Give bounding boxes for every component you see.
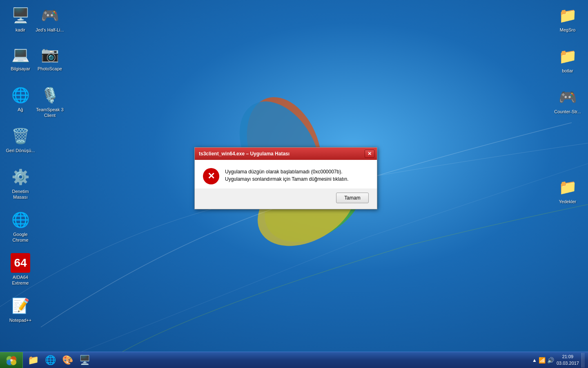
- taskbar-tray: ▲ 📶 🔊: [532, 357, 554, 364]
- dialog-controls: ✕: [365, 150, 374, 158]
- icon-yedekler-label: Yedekler: [559, 199, 576, 204]
- start-button[interactable]: [0, 352, 23, 368]
- icon-chrome-label: Google Chrome: [6, 231, 35, 243]
- dialog-message: Uygulama düzgün olarak başlatılamadı (0x…: [225, 168, 369, 183]
- icon-megsro[interactable]: 📁 MegSro: [551, 4, 584, 34]
- icon-jeds-half-life[interactable]: 🎮 Jed's Half-Li...: [33, 4, 66, 34]
- taskbar-items: 📁 🌐 🎨 🖥️: [23, 352, 529, 368]
- clock-time: 21:09: [557, 354, 579, 360]
- show-desktop-button[interactable]: [581, 353, 585, 368]
- tray-arrow-icon[interactable]: ▲: [532, 357, 537, 363]
- icon-kadir-label: kadir: [16, 27, 25, 33]
- icon-notepadpp-label: Notepad++: [9, 317, 31, 323]
- icon-notepadpp[interactable]: 📝 Notepad++: [4, 294, 37, 325]
- taskbar-item-explorer[interactable]: 📁: [25, 353, 41, 368]
- dialog-titlebar: ts3client_win64.exe – Uygulama Hatası ✕: [195, 148, 377, 160]
- icon-jeds-label: Jed's Half-Li...: [36, 27, 64, 33]
- taskbar-right: ▲ 📶 🔊 21:09 03.03.2017: [529, 352, 588, 368]
- icon-ag[interactable]: 🌐 Ağ: [4, 84, 37, 114]
- taskbar-item-taskmanager[interactable]: 🖥️: [76, 353, 93, 368]
- network-icon: 📶: [539, 357, 546, 364]
- icon-ag-label: Ağ: [18, 107, 23, 112]
- icon-teamspeak3[interactable]: 🎙️ TeamSpeak 3 Client: [33, 84, 66, 120]
- icon-yedekler[interactable]: 📁 Yedekler: [551, 176, 584, 206]
- icon-cs-label: Counter-Str...: [554, 109, 581, 114]
- dialog-overlay: ts3client_win64.exe – Uygulama Hatası ✕ …: [0, 0, 588, 368]
- taskbar-item-chrome[interactable]: 🌐: [42, 353, 58, 368]
- taskbar-item-paint[interactable]: 🎨: [59, 353, 76, 368]
- icon-teamspeak3-label: TeamSpeak 3 Client: [35, 107, 65, 119]
- icon-aida64[interactable]: 64 AIDA64 Extreme: [4, 251, 37, 288]
- dialog-footer: Tamam: [195, 188, 377, 209]
- clock-date: 03.03.2017: [557, 360, 579, 366]
- taskbar-clock: 21:09 03.03.2017: [557, 354, 579, 366]
- icon-botlar-label: botlar: [562, 68, 573, 74]
- icon-bilgisayar[interactable]: 💻 Bilgisayar: [4, 43, 37, 73]
- icon-aida64-label: AIDA64 Extreme: [6, 274, 35, 286]
- svg-point-10: [10, 359, 13, 361]
- dialog-ok-button[interactable]: Tamam: [336, 193, 369, 203]
- icon-geri-donusum[interactable]: 🗑️ Geri Dönüşü...: [4, 125, 37, 155]
- icon-bilgisayar-label: Bilgisayar: [11, 66, 30, 72]
- icon-megsro-label: MegSro: [560, 27, 576, 33]
- icon-denetim-label: Denetim Masası: [6, 188, 35, 200]
- icon-photoscape[interactable]: 📷 PhotoScape: [33, 43, 66, 73]
- error-icon: ✕: [203, 168, 219, 184]
- taskbar: 📁 🌐 🎨 🖥️ ▲ 📶 🔊 21:09 03.03.2017: [0, 352, 588, 368]
- icon-denetim-masasi[interactable]: ⚙️ Denetim Masası: [4, 166, 37, 202]
- icon-photoscape-label: PhotoScape: [38, 66, 62, 72]
- volume-icon: 🔊: [547, 357, 554, 364]
- icon-google-chrome[interactable]: 🌐 Google Chrome: [4, 209, 37, 245]
- desktop: 🖥️ kadir 🎮 Jed's Half-Li... 💻 Bilgisayar…: [0, 0, 588, 368]
- icon-counter-strike[interactable]: 🎮 Counter-Str...: [551, 86, 584, 116]
- dialog-title: ts3client_win64.exe – Uygulama Hatası: [199, 151, 290, 157]
- icon-kadir[interactable]: 🖥️ kadir: [4, 4, 37, 34]
- start-orb-icon: [5, 354, 18, 367]
- dialog-close-button[interactable]: ✕: [365, 150, 374, 158]
- icon-botlar[interactable]: 📁 botlar: [551, 45, 584, 75]
- error-dialog: ts3client_win64.exe – Uygulama Hatası ✕ …: [194, 147, 377, 209]
- dialog-body: ✕ Uygulama düzgün olarak başlatılamadı (…: [195, 160, 377, 188]
- icon-geri-label: Geri Dönüşü...: [6, 148, 35, 153]
